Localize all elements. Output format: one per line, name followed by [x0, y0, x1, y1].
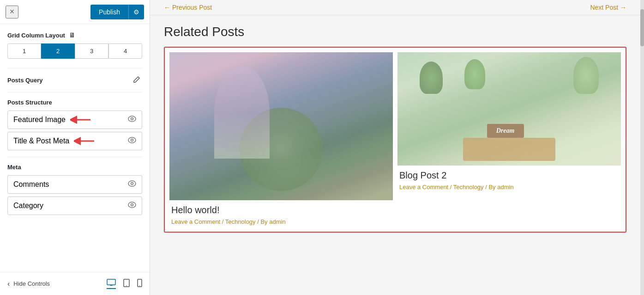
title-post-meta-visibility-button[interactable]	[128, 137, 136, 145]
nav-bar: ← Previous Post Next Post →	[150, 0, 640, 15]
category-visibility-button[interactable]	[128, 202, 136, 210]
scrollbar[interactable]	[640, 0, 644, 295]
svg-point-2	[128, 116, 136, 122]
tablet-view-button[interactable]	[123, 279, 130, 289]
posts-query-edit-button[interactable]	[131, 75, 142, 86]
top-bar: × Publish ⚙	[0, 0, 150, 24]
category-item: Category	[7, 197, 142, 215]
post-card-2: Dream Blog Post 2 Leave a Comment / Tech…	[397, 52, 621, 227]
divider-3	[7, 157, 142, 157]
title-post-meta-item: Title & Post Meta	[7, 132, 142, 150]
hide-controls-label: Hide Controls	[13, 280, 50, 287]
post-1-meta-area: Hello world! Leave a Comment / Technolog…	[169, 200, 393, 227]
mobile-icon	[137, 279, 142, 287]
featured-image-visibility-button[interactable]	[128, 116, 136, 124]
svg-rect-12	[107, 279, 115, 285]
comments-label: Comments	[13, 180, 49, 189]
grid-buttons: 1 2 3 4	[7, 43, 142, 59]
svg-point-7	[131, 139, 133, 141]
related-posts-title: Related Posts	[164, 25, 626, 39]
featured-image-label: Featured Image	[13, 116, 66, 124]
panel-content: Grid Column Layout 🖥 1 2 3 4 Posts Query…	[0, 24, 150, 295]
post-1-image	[169, 52, 393, 200]
arrow-left-icon	[70, 116, 91, 124]
scrollbar-thumb[interactable]	[640, 9, 644, 46]
publish-button[interactable]: Publish	[90, 5, 128, 19]
svg-point-18	[139, 285, 140, 286]
post-2-meta: Leave a Comment / Technology / By admin	[399, 184, 619, 191]
category-label: Category	[13, 202, 43, 210]
featured-image-item: Featured Image	[7, 111, 142, 129]
chevron-left-icon: ‹	[7, 280, 10, 288]
title-post-meta-label: Title & Post Meta	[13, 137, 69, 145]
post-1-meta: Leave a Comment / Technology / By admin	[171, 218, 391, 225]
right-area: ← Previous Post Next Post → Related Post…	[150, 0, 640, 295]
arrow-left-icon-2	[74, 137, 95, 145]
bottom-bar: ‹ Hide Controls	[0, 272, 150, 295]
post-2-image: Dream	[397, 52, 621, 166]
main-content: Related Posts Hello world! Leave a Comme…	[150, 15, 640, 295]
svg-point-9	[131, 183, 133, 185]
posts-grid: Hello world! Leave a Comment / Technolog…	[164, 47, 626, 233]
mobile-view-button[interactable]	[137, 279, 142, 289]
svg-point-3	[131, 118, 133, 120]
grid-btn-3[interactable]: 3	[75, 43, 108, 59]
tablet-icon	[123, 279, 130, 287]
svg-point-11	[131, 204, 133, 206]
post-1-title: Hello world!	[171, 205, 391, 215]
grid-btn-2[interactable]: 2	[41, 43, 75, 59]
publish-group: Publish ⚙	[90, 5, 144, 19]
prev-post-link[interactable]: ← Previous Post	[164, 4, 212, 11]
featured-image-left: Featured Image	[13, 116, 91, 124]
hide-controls-button[interactable]: ‹ Hide Controls	[7, 280, 50, 288]
monitor-icon: 🖥	[69, 31, 75, 39]
divider-1	[7, 68, 142, 68]
svg-point-10	[128, 202, 136, 208]
settings-button[interactable]: ⚙	[128, 5, 144, 19]
eye-icon-4	[128, 202, 136, 208]
post-2-title: Blog Post 2	[399, 170, 619, 181]
comments-item: Comments	[7, 175, 142, 194]
desktop-icon	[107, 279, 116, 286]
grid-column-layout-section: Grid Column Layout 🖥	[7, 31, 142, 39]
posts-query-label: Posts Query	[7, 77, 43, 84]
grid-btn-4[interactable]: 4	[108, 43, 142, 59]
next-post-link[interactable]: Next Post →	[590, 4, 626, 11]
desktop-view-button[interactable]	[107, 279, 116, 289]
divider-2	[7, 92, 142, 92]
left-panel: × Publish ⚙ Grid Column Layout 🖥 1 2 3 4…	[0, 0, 150, 295]
svg-point-16	[126, 285, 127, 286]
posts-structure-label: Posts Structure	[7, 99, 142, 106]
meta-label: Meta	[7, 164, 142, 171]
eye-icon-3	[128, 180, 136, 187]
posts-query-row: Posts Query	[7, 75, 142, 86]
eye-icon	[128, 116, 136, 122]
comments-visibility-button[interactable]	[128, 180, 136, 189]
close-button[interactable]: ×	[6, 6, 18, 18]
post-card-1: Hello world! Leave a Comment / Technolog…	[169, 52, 393, 227]
view-icons	[107, 279, 142, 289]
grid-btn-1[interactable]: 1	[7, 43, 41, 59]
post-2-meta-area: Blog Post 2 Leave a Comment / Technology…	[397, 166, 621, 192]
title-post-meta-left: Title & Post Meta	[13, 137, 95, 145]
svg-point-6	[128, 137, 136, 143]
grid-column-layout-label: Grid Column Layout	[7, 32, 65, 39]
svg-point-8	[128, 181, 136, 186]
edit-icon	[133, 76, 140, 83]
eye-icon-2	[128, 137, 136, 143]
